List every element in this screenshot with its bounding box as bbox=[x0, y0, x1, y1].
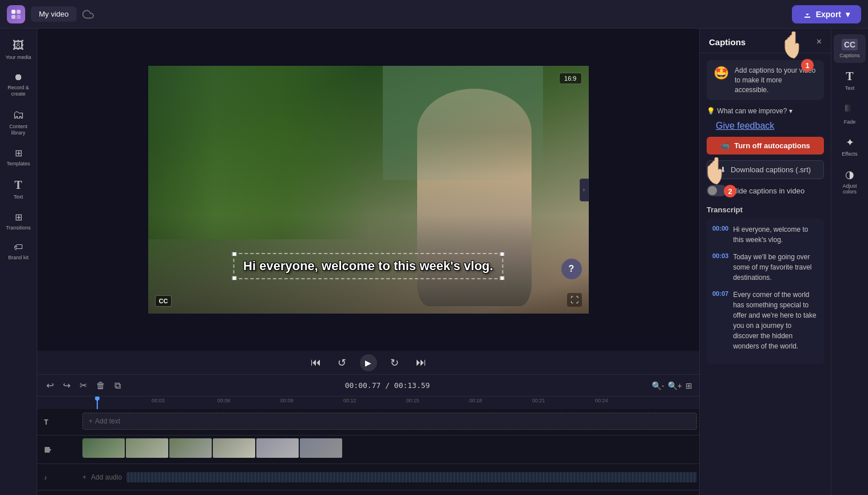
corner-handle-br[interactable] bbox=[500, 276, 505, 280]
transcript-text-2: Every corner of the world has something … bbox=[733, 290, 818, 351]
undo-button[interactable]: ↩ bbox=[44, 378, 56, 393]
redo-button[interactable]: ↪ bbox=[61, 378, 73, 393]
cloud-save-icon bbox=[82, 9, 94, 20]
sidebar-item-templates[interactable]: ⊞ Templates bbox=[2, 143, 34, 172]
close-captions-button[interactable]: × bbox=[817, 37, 822, 47]
text-track-label: T bbox=[37, 418, 80, 426]
audio-waveform bbox=[126, 472, 697, 482]
corner-handle-tr[interactable] bbox=[500, 252, 505, 256]
right-bar-item-adjust-colors[interactable]: ◑ Adjust colors bbox=[834, 164, 866, 199]
transitions-icon: ⊞ bbox=[15, 212, 22, 223]
fit-button[interactable]: ⊞ bbox=[685, 381, 692, 390]
right-bar-item-captions[interactable]: CC Captions bbox=[834, 34, 866, 63]
transcript-text-0: Hi everyone, welcome to this week's vlog… bbox=[733, 224, 818, 245]
corner-handle-tl[interactable] bbox=[232, 252, 236, 256]
transcript-section: Transcript 00:00 Hi everyone, welcome to… bbox=[700, 203, 831, 495]
video-thumb-2 bbox=[126, 438, 168, 458]
cut-button[interactable]: ✂ bbox=[77, 378, 89, 393]
fullscreen-button[interactable]: ⛶ bbox=[567, 293, 582, 307]
text-track-content[interactable]: + Add text bbox=[80, 409, 699, 435]
svg-marker-5 bbox=[50, 449, 51, 451]
left-sidebar: 🖼 Your media ⏺ Record & create 🗂 Content… bbox=[0, 29, 37, 495]
right-bar-item-fade[interactable]: Fade bbox=[834, 98, 866, 129]
caption-overlay[interactable]: Hi everyone, welcome to this week's vlog… bbox=[233, 253, 504, 279]
sidebar-item-text[interactable]: T Text bbox=[2, 174, 34, 205]
text-icon: T bbox=[14, 179, 22, 192]
adjust-colors-icon: ◑ bbox=[845, 168, 854, 181]
timeline-area: ↩ ↪ ✂ 🗑 ⧉ 00:00.77 / 00:13.59 🔍- 🔍+ ⊞ bbox=[37, 375, 699, 495]
video-thumb-1 bbox=[82, 438, 125, 458]
transcript-time-0[interactable]: 00:00 bbox=[712, 225, 728, 245]
aspect-ratio-badge: 16:9 bbox=[559, 73, 581, 84]
video-camera-icon: 📹 bbox=[720, 141, 730, 150]
corner-handle-bl[interactable] bbox=[232, 276, 236, 280]
transcript-text-1: Today we'll be going over some of my fav… bbox=[733, 252, 818, 283]
right-bar-item-effects[interactable]: ✦ Effects bbox=[834, 132, 866, 161]
playhead-line bbox=[97, 397, 98, 409]
ruler-mark-6: 00:18 bbox=[469, 398, 482, 403]
transcript-time-1[interactable]: 00:03 bbox=[712, 252, 728, 283]
svg-rect-4 bbox=[45, 447, 50, 453]
transcript-time-2[interactable]: 00:07 bbox=[712, 290, 728, 351]
transcript-entry-0: 00:00 Hi everyone, welcome to this week'… bbox=[712, 224, 818, 245]
transcript-box: 00:00 Hi everyone, welcome to this week'… bbox=[707, 219, 824, 364]
transcript-entry-2: 00:07 Every corner of the world has some… bbox=[712, 290, 818, 351]
library-icon: 🗂 bbox=[13, 108, 24, 121]
captions-panel-title: Captions bbox=[709, 37, 746, 47]
hide-captions-label: Hide captions in video bbox=[732, 187, 804, 195]
split-button[interactable]: ⧉ bbox=[112, 378, 123, 393]
top-bar: My video Export ▾ bbox=[0, 0, 868, 29]
collapse-panel-button[interactable]: › bbox=[580, 179, 589, 201]
captions-icon: CC bbox=[842, 39, 858, 50]
skip-to-end-button[interactable]: ⏭ bbox=[413, 354, 430, 371]
transcript-entry-1: 00:03 Today we'll be going over some of … bbox=[712, 252, 818, 283]
forward-button[interactable]: ↻ bbox=[386, 354, 403, 371]
feedback-question: 💡 What can we improve? ▾ bbox=[707, 107, 792, 115]
hide-captions-row: Hide captions in video bbox=[707, 185, 824, 196]
give-feedback-link[interactable]: Give feedback bbox=[716, 121, 774, 130]
add-text-button[interactable]: + Add text bbox=[82, 413, 697, 430]
video-strip[interactable] bbox=[82, 438, 374, 458]
svg-rect-0 bbox=[11, 10, 15, 14]
captions-emoji: 🤩 bbox=[714, 66, 729, 81]
export-button[interactable]: Export ▾ bbox=[792, 5, 861, 23]
playhead-head bbox=[95, 397, 100, 401]
sidebar-item-your-media[interactable]: 🖼 Your media bbox=[2, 34, 34, 65]
templates-icon: ⊞ bbox=[15, 148, 22, 159]
zoom-out-button[interactable]: 🔍- bbox=[652, 381, 664, 390]
skip-to-start-button[interactable]: ⏮ bbox=[307, 354, 324, 371]
audio-track-content[interactable]: + Add audio bbox=[80, 464, 699, 490]
video-track-content bbox=[80, 435, 699, 464]
download-icon: ⬇ bbox=[720, 165, 726, 174]
brand-icon: 🏷 bbox=[14, 242, 23, 252]
help-button[interactable]: ? bbox=[561, 259, 582, 279]
rewind-button[interactable]: ↺ bbox=[334, 354, 351, 371]
sidebar-item-content-library[interactable]: 🗂 Content library bbox=[2, 104, 34, 141]
text-track-row: T + Add text bbox=[37, 409, 699, 435]
feedback-row: 💡 What can we improve? ▾ bbox=[707, 107, 824, 115]
project-name-button[interactable]: My video bbox=[31, 6, 77, 22]
right-bar-item-text[interactable]: T Text bbox=[834, 65, 866, 96]
play-pause-button[interactable]: ▶ bbox=[360, 354, 377, 371]
hide-captions-toggle[interactable] bbox=[707, 185, 727, 196]
ruler-mark-3: 00:09 bbox=[280, 398, 294, 403]
captions-info-text: Add captions to your video to make it mo… bbox=[735, 66, 817, 94]
toggle-knob bbox=[708, 186, 717, 195]
video-thumb-5 bbox=[256, 438, 299, 458]
video-thumb-3 bbox=[169, 438, 212, 458]
timeline-ruler: | 00:03 00:06 00:09 00:12 00:15 00:18 00… bbox=[37, 397, 699, 409]
effects-icon: ✦ bbox=[846, 136, 854, 149]
zoom-in-button[interactable]: 🔍+ bbox=[668, 381, 682, 390]
cc-badge[interactable]: CC bbox=[155, 295, 172, 307]
audio-track-label: ♪ bbox=[37, 474, 80, 481]
ruler-mark-1: 00:03 bbox=[152, 398, 165, 403]
sidebar-item-record-create[interactable]: ⏺ Record & create bbox=[2, 68, 34, 102]
sidebar-item-brand-kit[interactable]: 🏷 Brand kit bbox=[2, 237, 34, 266]
sidebar-item-transitions[interactable]: ⊞ Transitions bbox=[2, 207, 34, 236]
app-logo bbox=[7, 5, 25, 23]
turn-off-autocaptions-button[interactable]: 📹 Turn off autocaptions bbox=[707, 137, 824, 155]
download-captions-button[interactable]: ⬇ Download captions (.srt) bbox=[707, 160, 824, 179]
media-icon: 🖼 bbox=[13, 39, 24, 52]
captions-header: Captions × bbox=[700, 29, 831, 53]
delete-button[interactable]: 🗑 bbox=[94, 378, 108, 393]
